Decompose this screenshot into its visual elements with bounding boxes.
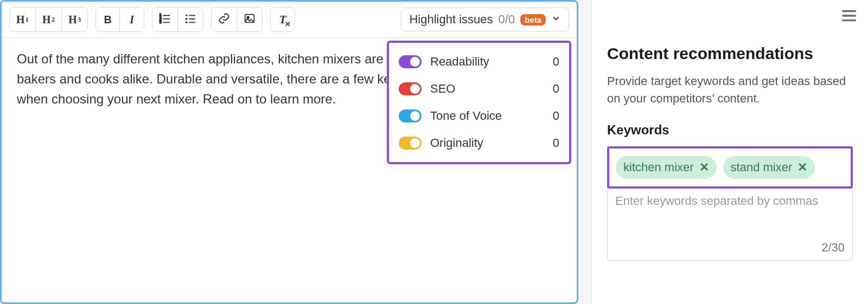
clear-format-button[interactable]: T✕: [271, 8, 295, 31]
h3-button[interactable]: H3: [62, 8, 87, 31]
toggle-originality[interactable]: [399, 137, 422, 150]
toggle-seo[interactable]: [399, 82, 422, 95]
hamburger-icon: [840, 17, 858, 27]
svg-point-6: [186, 14, 188, 16]
svg-point-10: [186, 21, 188, 23]
issue-row-seo[interactable]: SEO 0: [399, 75, 559, 102]
svg-rect-7: [189, 15, 195, 16]
h-sub: 3: [78, 15, 81, 24]
keywords-counter: 2/30: [821, 241, 845, 255]
clear-format-icon: T✕: [279, 12, 286, 27]
keywords-label: Keywords: [607, 122, 853, 138]
ordered-list-button[interactable]: 123: [152, 8, 178, 31]
h2-button[interactable]: H2: [36, 8, 62, 31]
issue-row-tone[interactable]: Tone of Voice 0: [399, 102, 559, 130]
image-button[interactable]: [237, 8, 262, 31]
toggle-tone[interactable]: [399, 109, 422, 122]
insert-group: [211, 7, 263, 32]
issue-row-readability[interactable]: Readability 0: [399, 48, 559, 75]
bold-button[interactable]: B: [96, 8, 120, 31]
list-group: 123: [152, 7, 203, 32]
remove-keyword-icon[interactable]: ✕: [699, 160, 709, 174]
side-panel: Content recommendations Provide target k…: [591, 0, 868, 304]
image-icon: [244, 12, 256, 27]
svg-rect-9: [189, 18, 195, 20]
chevron-down-icon: [551, 14, 561, 26]
link-button[interactable]: [212, 8, 237, 31]
highlight-issues-dropdown[interactable]: Highlight issues 0/0 beta: [401, 8, 569, 31]
side-title: Content recommendations: [607, 44, 853, 63]
unordered-list-icon: [184, 12, 196, 27]
keyword-chip-text: stand mixer: [731, 160, 793, 174]
keywords-input[interactable]: [615, 194, 845, 208]
keyword-chip: stand mixer ✕: [723, 156, 815, 179]
side-description: Provide target keywords and get ideas ba…: [607, 73, 853, 107]
issue-label: Originality: [430, 136, 483, 150]
h-sub: 2: [52, 15, 55, 24]
keyword-chip-text: kitchen mixer: [623, 160, 694, 174]
link-icon: [218, 12, 230, 27]
format-group: B I: [95, 7, 144, 32]
ordered-list-icon: 123: [159, 12, 171, 27]
keyword-chip: kitchen mixer ✕: [616, 156, 717, 179]
remove-keyword-icon[interactable]: ✕: [797, 160, 807, 174]
issue-label: Tone of Voice: [430, 109, 502, 123]
italic-button[interactable]: I: [120, 8, 144, 31]
issues-panel: Readability 0 SEO 0 Tone of Voice 0 Orig…: [387, 41, 571, 164]
keywords-input-wrap: 2/30: [607, 189, 853, 261]
clear-group: T✕: [270, 7, 295, 32]
issue-label: Readability: [430, 55, 489, 69]
beta-badge: beta: [520, 14, 546, 25]
editor-panel: H1 H2 H3 B I 123: [0, 0, 578, 304]
highlight-count: 0/0: [499, 12, 515, 27]
keywords-box: kitchen mixer ✕ stand mixer ✕: [607, 146, 853, 189]
issue-label: SEO: [430, 82, 455, 96]
issue-count: 0: [553, 109, 559, 123]
issue-count: 0: [553, 136, 559, 150]
issue-row-originality[interactable]: Originality 0: [399, 130, 559, 157]
h1-button[interactable]: H1: [10, 8, 36, 31]
unordered-list-button[interactable]: [178, 8, 203, 31]
svg-point-13: [247, 16, 250, 18]
svg-text:3: 3: [159, 20, 162, 24]
issue-count: 0: [553, 55, 559, 69]
svg-rect-11: [189, 22, 195, 23]
h-sub: 1: [25, 15, 29, 24]
h-glyph: H: [42, 14, 51, 26]
highlight-label: Highlight issues: [409, 12, 493, 27]
side-menu-button[interactable]: [840, 7, 858, 27]
h-glyph: H: [68, 14, 77, 26]
toggle-readability[interactable]: [399, 55, 422, 68]
h-glyph: H: [16, 14, 25, 26]
svg-point-8: [186, 18, 188, 20]
issue-count: 0: [553, 82, 559, 96]
toolbar: H1 H2 H3 B I 123: [2, 2, 577, 38]
heading-group: H1 H2 H3: [9, 7, 88, 32]
